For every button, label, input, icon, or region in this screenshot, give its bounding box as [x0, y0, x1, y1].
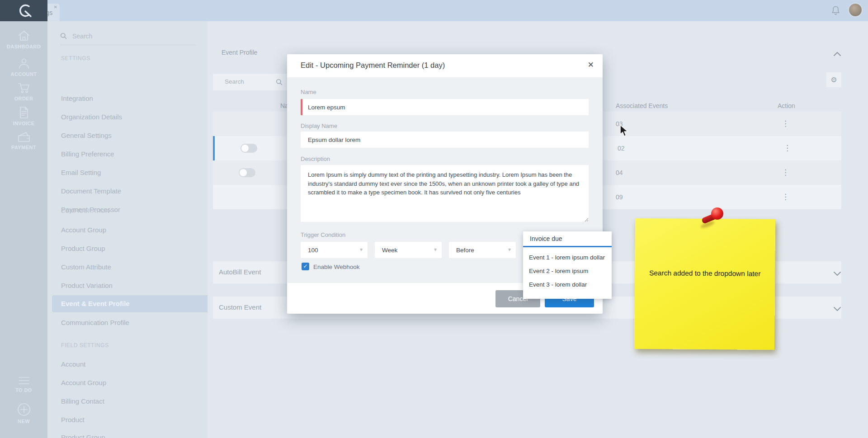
close-icon[interactable]: ✕: [588, 60, 594, 70]
user-icon: [18, 58, 30, 70]
pushpin-icon: [711, 207, 723, 220]
sidebar-item-product-group[interactable]: Product Group: [61, 245, 105, 252]
rail-item-dashboard[interactable]: DASHBOARD: [0, 29, 47, 49]
row-actions-icon[interactable]: ⋮: [782, 119, 789, 128]
description-label: Description: [301, 155, 330, 162]
sidebar-search[interactable]: [60, 27, 196, 45]
chevron-up-icon[interactable]: [833, 50, 841, 55]
sidebar-item-email-setting[interactable]: Email Setting: [61, 169, 101, 176]
gear-icon: ⚙: [830, 75, 837, 84]
table-settings-button[interactable]: ⚙: [826, 72, 841, 87]
enable-webhook-checkbox[interactable]: ✓: [302, 263, 309, 270]
app-logo[interactable]: [0, 0, 47, 21]
sticky-note-text: Search added to the dropdown later: [640, 269, 769, 278]
chevron-down-icon[interactable]: [833, 270, 841, 275]
trigger-direction-select[interactable]: Before ▾: [449, 242, 516, 258]
nav-rail: DASHBOARD ACCOUNT ORDER INVOICE PAYMENT …: [0, 21, 47, 438]
avatar[interactable]: [848, 3, 863, 17]
trigger-condition-label: Trigger Condition: [301, 231, 345, 238]
sidebar-item-integration[interactable]: Integration: [61, 94, 93, 102]
table-search-input[interactable]: [224, 78, 275, 85]
section-title: AutoBill Event: [219, 268, 261, 276]
table-search[interactable]: [213, 74, 288, 90]
sidebar-item-organization-details[interactable]: Organization Details: [61, 113, 122, 121]
associated-events-value: 04: [616, 169, 623, 176]
home-icon: [18, 29, 30, 42]
sidebar-item-product-variation[interactable]: Product Variation: [61, 282, 113, 289]
dropdown-option-event-1[interactable]: Event 1 - lorem ipsum dollar: [529, 254, 605, 261]
sidebar-item-event-and-event-profile[interactable]: Event & Event Profile: [52, 295, 208, 312]
description-field[interactable]: Lorem Ipsum is simply dummy text of the …: [301, 165, 589, 222]
name-field[interactable]: [301, 99, 589, 115]
sidebar-item-account-group-field[interactable]: Account Group: [61, 379, 106, 386]
sidebar-item-custom-attribute[interactable]: Custom Attribute: [61, 263, 111, 271]
select-value: Week: [382, 247, 397, 254]
chevron-down-icon: ▾: [360, 246, 363, 253]
rail-item-invoice[interactable]: INVOICE: [0, 106, 47, 126]
sidebar-item-product[interactable]: Product: [61, 416, 85, 424]
sidebar-item-document-template[interactable]: Document Template: [61, 187, 121, 195]
sidebar-section-configuration: CONFIGURATION: [61, 208, 110, 214]
settings-sidebar: SETTINGS Integration Organization Detail…: [47, 21, 208, 438]
column-header-action: Action: [778, 102, 795, 109]
associated-events-value: 09: [616, 193, 623, 201]
menu-icon: [17, 376, 31, 386]
search-icon: [60, 33, 67, 39]
column-header-associated-events: Associated Events: [616, 102, 668, 109]
search-icon: [276, 79, 283, 85]
trigger-value-select[interactable]: 100 ▾: [301, 242, 368, 258]
event-dropdown-search-input[interactable]: [529, 235, 608, 243]
row-actions-icon[interactable]: ⋮: [782, 168, 789, 177]
dialog-title: Edit - Upcoming Payment Reminder (1 day): [301, 61, 445, 70]
rail-item-account[interactable]: ACCOUNT: [0, 58, 47, 77]
sidebar-item-billing-contact[interactable]: Billing Contact: [61, 397, 104, 405]
sidebar-item-communication-profile[interactable]: Communication Profile: [61, 319, 129, 326]
associated-events-value: 02: [618, 145, 625, 152]
dropdown-option-event-2[interactable]: Event 2 - lorem ipsum: [529, 268, 588, 274]
plus-circle-icon: [17, 402, 31, 417]
sticky-note: Search added to the dropdown later: [634, 218, 775, 350]
sidebar-search-input[interactable]: [71, 32, 182, 40]
dropdown-option-event-3[interactable]: Event 3 - lorem dollar: [529, 281, 587, 288]
sidebar-item-general-settings[interactable]: General Settings: [61, 132, 112, 139]
tab-close-icon[interactable]: ✕: [54, 5, 57, 9]
logo-icon: [15, 3, 33, 19]
trigger-unit-select[interactable]: Week ▾: [375, 242, 442, 258]
display-name-field[interactable]: [301, 132, 589, 148]
rail-item-payment[interactable]: PAYMENT: [0, 131, 47, 150]
wallet-icon: [17, 131, 31, 143]
enable-webhook-label: Enable Webhook: [313, 264, 360, 270]
top-bar: [47, 0, 868, 21]
chevron-down-icon: ▾: [434, 246, 437, 253]
cart-icon: [18, 82, 30, 94]
rail-item-order[interactable]: ORDER: [0, 82, 47, 101]
dialog-header: Edit - Upcoming Payment Reminder (1 day)…: [287, 54, 603, 77]
name-label: Name: [301, 89, 316, 95]
sidebar-item-account[interactable]: Account: [61, 360, 85, 368]
chevron-down-icon: ▾: [508, 246, 511, 253]
sidebar-item-account-group[interactable]: Account Group: [61, 226, 106, 234]
rail-item-todo[interactable]: TO DO: [0, 376, 47, 393]
select-value: Before: [456, 247, 474, 254]
page-title: Event Profile: [222, 49, 257, 56]
invoice-icon: [18, 106, 30, 119]
chevron-down-icon[interactable]: [833, 305, 841, 310]
mouse-cursor: [620, 125, 628, 139]
rail-item-new[interactable]: NEW: [0, 402, 47, 424]
display-name-label: Display Name: [301, 122, 337, 129]
row-toggle[interactable]: [239, 168, 255, 177]
sidebar-item-product-group-field[interactable]: Product Group: [61, 433, 105, 438]
section-title: Custom Event: [219, 303, 261, 311]
row-toggle[interactable]: [241, 144, 257, 153]
dropdown-focus-underline: [523, 246, 612, 247]
notifications-bell-icon[interactable]: [831, 6, 840, 17]
row-actions-icon[interactable]: ⋮: [782, 192, 789, 202]
row-actions-icon[interactable]: ⋮: [783, 143, 791, 153]
sidebar-section-field-settings: FIELD SETTINGS: [61, 342, 109, 349]
sidebar-item-billing-preference[interactable]: Billing Preference: [61, 150, 114, 158]
sidebar-section-settings: SETTINGS: [61, 55, 90, 61]
event-dropdown-panel: Event 1 - lorem ipsum dollar Event 2 - l…: [523, 231, 612, 299]
select-value: 100: [308, 247, 318, 254]
